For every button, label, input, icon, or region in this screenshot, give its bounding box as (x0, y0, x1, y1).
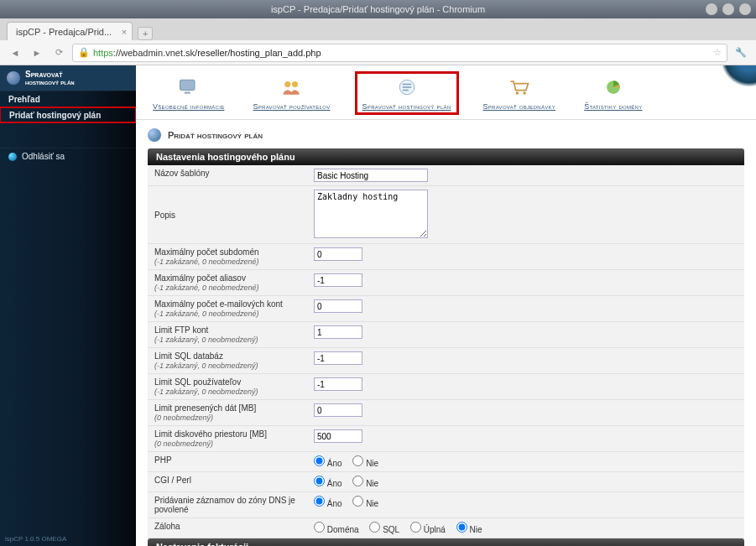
input-max-subdomains[interactable] (314, 247, 362, 261)
topmenu-label: Štatistiky domény (584, 102, 642, 111)
label-max-subdomains: Maximálny počet subdomén (154, 247, 259, 257)
sidebar-footer: ispCP 1.0.5 OMEGA (5, 535, 66, 543)
radio-dns-yes[interactable] (314, 496, 325, 507)
input-description[interactable] (314, 190, 428, 238)
page-title: Pridať hostingový plán (148, 128, 744, 142)
svg-point-9 (523, 91, 526, 95)
url-host: ://webadmin.vnet.sk (113, 48, 195, 58)
hint-sql-user-limit: (-1 zakázaný, 0 neobmedzený) (154, 387, 258, 396)
radio-cgi-no[interactable] (352, 476, 363, 486)
svg-point-8 (515, 91, 519, 95)
document-icon (393, 75, 421, 99)
sidebar-item-add-plan[interactable]: Pridať hostingový plán (0, 107, 137, 123)
label-max-aliases: Maximálny počet aliasov (154, 273, 246, 283)
logout-icon (8, 153, 17, 161)
wrench-icon[interactable]: 🔧 (733, 44, 749, 61)
svg-rect-1 (185, 91, 190, 94)
input-traffic-limit[interactable] (314, 403, 362, 417)
sidebar: Spravovať hostingový plán Prehľad Pridať… (0, 65, 136, 546)
radios-cgi: Áno Nie (307, 472, 744, 492)
topmenu-label: Spravovať objednávky (483, 102, 556, 111)
input-max-mail[interactable] (314, 299, 362, 313)
hint-max-subdomains: (-1 zakázané, 0 neobmedzené) (154, 257, 259, 266)
radio-cgi-yes[interactable] (314, 476, 325, 486)
radio-dns-no[interactable] (352, 496, 363, 507)
label-max-mail: Maximálny počet e-mailových kont (154, 299, 283, 309)
page-body: Pridať hostingový plán Nastavenia hostin… (136, 120, 756, 546)
svg-rect-6 (402, 86, 411, 88)
minimize-button[interactable] (706, 3, 717, 15)
monitor-icon (175, 75, 203, 99)
radio-backup-full[interactable] (410, 522, 421, 533)
url-field[interactable]: 🔒 https://webadmin.vnet.sk/reseller/host… (72, 44, 727, 62)
cart-icon (505, 75, 534, 99)
close-tab-icon[interactable]: × (122, 27, 127, 37)
section-billing-settings: Nastavenia fakturácii (148, 538, 744, 546)
sidebar-item-label: Odhlásiť sa (22, 152, 65, 161)
users-icon (278, 75, 306, 99)
radio-php-no[interactable] (352, 455, 363, 466)
radios-backup: Doména SQL Úplná Nie (307, 518, 744, 538)
input-max-aliases[interactable] (314, 273, 362, 287)
tab-title: ispCP - Predajca/Prid... (16, 27, 112, 37)
forward-button[interactable]: ► (29, 44, 45, 61)
topmenu-domain-stats[interactable]: Štatistiky domény (582, 74, 644, 112)
radio-backup-none[interactable] (456, 522, 467, 533)
new-tab-button[interactable]: + (138, 27, 153, 40)
browser-tab[interactable]: ispCP - Predajca/Prid... × (7, 22, 133, 40)
radio-backup-sql[interactable] (369, 522, 380, 533)
section-hosting-settings: Nastavenia hostingového plánu (148, 148, 744, 165)
topmenu-label: Všeobecné informácie (153, 102, 225, 111)
logo-corner (722, 65, 756, 89)
topmenu-label: Spravovať používateľov (253, 102, 331, 111)
label-sql-user-limit: Limit SQL používateľov (154, 377, 241, 387)
topmenu-manage-orders[interactable]: Spravovať objednávky (482, 74, 558, 112)
topmenu-general-info[interactable]: Všeobecné informácie (151, 74, 227, 112)
input-ftp-limit[interactable] (314, 325, 362, 339)
pie-chart-icon (599, 75, 628, 99)
sidebar-item-logout[interactable]: Odhlásiť sa (0, 148, 136, 164)
hint-disk-limit: (0 neobmedzený) (154, 439, 213, 448)
close-button[interactable] (739, 3, 751, 15)
label-template-name: Názov šablóny (148, 165, 307, 186)
topmenu-manage-users[interactable]: Spravovať používateľov (252, 74, 332, 112)
hint-ftp-limit: (-1 zakázaný, 0 neobmedzený) (154, 335, 258, 344)
page-title-text: Pridať hostingový plán (168, 130, 263, 140)
hint-traffic-limit: (0 neobmedzený) (154, 413, 213, 422)
input-disk-limit[interactable] (314, 429, 362, 443)
label-php: PHP (148, 452, 307, 472)
label-dns: Pridávanie záznamov do zóny DNS je povol… (148, 492, 307, 518)
sidebar-item-label: Prehľad (8, 95, 40, 104)
input-sql-user-limit[interactable] (314, 377, 362, 391)
back-button[interactable]: ◄ (7, 44, 23, 61)
sidebar-item-overview[interactable]: Prehľad (0, 91, 136, 107)
label-description: Popis (148, 186, 307, 244)
radio-php-yes[interactable] (314, 455, 325, 466)
reload-button[interactable]: ⟳ (50, 44, 67, 61)
sidebar-heading: Spravovať hostingový plán (0, 65, 136, 91)
os-title-bar: ispCP - Predajca/Pridať hostingový plán … (0, 0, 756, 18)
hosting-settings-table: Názov šablóny Popis Maximálny počet subd… (148, 165, 744, 538)
label-sql-db-limit: Limit SQL databáz (154, 351, 223, 361)
label-backup: Záloha (148, 518, 307, 538)
label-disk-limit: Limit diskového priestoru [MB] (154, 429, 267, 439)
main-content: Všeobecné informácie Spravovať používate… (136, 65, 756, 546)
window-controls (706, 3, 751, 15)
window-title: ispCP - Predajca/Pridať hostingový plán … (271, 4, 485, 14)
radio-backup-domain[interactable] (314, 522, 325, 533)
label-traffic-limit: Limit prenesených dát [MB] (154, 403, 256, 413)
svg-rect-7 (402, 90, 408, 91)
star-icon[interactable]: ☆ (713, 47, 722, 58)
sidebar-heading-icon (7, 71, 20, 85)
url-path: /reseller/hosting_plan_add.php (195, 48, 321, 58)
label-cgi: CGI / Perl (148, 472, 307, 492)
radios-dns: Áno Nie (307, 492, 744, 518)
maximize-button[interactable] (722, 3, 734, 15)
hint-max-aliases: (-1 zakázané, 0 neobmedzené) (154, 283, 259, 292)
hint-max-mail: (-1 zakázané, 0 neobmedzené) (154, 309, 259, 318)
page-title-icon (148, 128, 161, 142)
input-sql-db-limit[interactable] (314, 351, 362, 365)
topmenu-manage-hosting-plan[interactable]: Spravovať hostingový plán (357, 74, 456, 112)
input-template-name[interactable] (314, 169, 428, 182)
svg-rect-5 (402, 84, 411, 86)
